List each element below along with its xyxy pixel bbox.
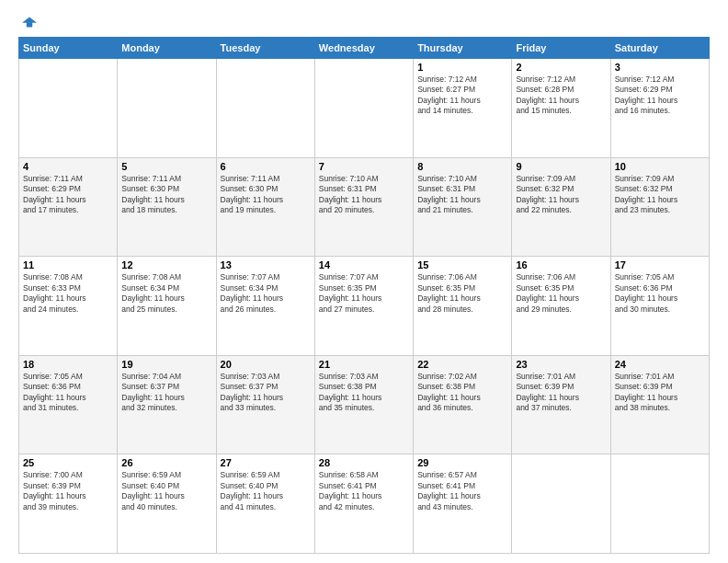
calendar-body: 1Sunrise: 7:12 AM Sunset: 6:27 PM Daylig… <box>19 59 710 554</box>
cell-info: Sunrise: 7:00 AM Sunset: 6:39 PM Dayligh… <box>23 470 113 512</box>
cell-date: 3 <box>615 62 705 73</box>
cell-date: 15 <box>417 259 507 270</box>
cell-info: Sunrise: 7:11 AM Sunset: 6:30 PM Dayligh… <box>221 174 311 216</box>
cell-info: Sunrise: 7:11 AM Sunset: 6:29 PM Dayligh… <box>23 174 113 216</box>
calendar-cell: 12Sunrise: 7:08 AM Sunset: 6:34 PM Dayli… <box>118 257 216 356</box>
cell-info: Sunrise: 7:01 AM Sunset: 6:39 PM Dayligh… <box>615 372 705 414</box>
cell-info: Sunrise: 6:57 AM Sunset: 6:41 PM Dayligh… <box>417 470 507 512</box>
calendar-cell: 10Sunrise: 7:09 AM Sunset: 6:32 PM Dayli… <box>610 157 709 257</box>
cell-info: Sunrise: 7:04 AM Sunset: 6:37 PM Dayligh… <box>121 372 211 414</box>
calendar-cell: 4Sunrise: 7:11 AM Sunset: 6:29 PM Daylig… <box>19 157 118 257</box>
cell-date: 2 <box>516 62 606 73</box>
calendar-week-2: 4Sunrise: 7:11 AM Sunset: 6:29 PM Daylig… <box>19 157 710 257</box>
cell-date: 20 <box>221 359 311 370</box>
cell-info: Sunrise: 7:01 AM Sunset: 6:39 PM Dayligh… <box>516 372 606 414</box>
cell-date: 21 <box>319 359 409 370</box>
calendar-cell: 28Sunrise: 6:58 AM Sunset: 6:41 PM Dayli… <box>314 454 413 554</box>
cell-date: 13 <box>221 259 311 270</box>
cell-info: Sunrise: 7:08 AM Sunset: 6:34 PM Dayligh… <box>121 272 211 315</box>
calendar-cell: 11Sunrise: 7:08 AM Sunset: 6:33 PM Dayli… <box>19 257 118 356</box>
calendar-cell: 27Sunrise: 6:59 AM Sunset: 6:40 PM Dayli… <box>216 454 314 554</box>
cell-info: Sunrise: 7:08 AM Sunset: 6:33 PM Dayligh… <box>23 272 113 315</box>
cell-info: Sunrise: 7:07 AM Sunset: 6:34 PM Dayligh… <box>221 272 311 315</box>
calendar-cell: 18Sunrise: 7:05 AM Sunset: 6:36 PM Dayli… <box>19 355 118 454</box>
cell-date: 25 <box>23 457 113 468</box>
calendar-cell: 2Sunrise: 7:12 AM Sunset: 6:28 PM Daylig… <box>512 59 610 158</box>
cell-info: Sunrise: 7:02 AM Sunset: 6:38 PM Dayligh… <box>417 372 507 414</box>
calendar-cell: 7Sunrise: 7:10 AM Sunset: 6:31 PM Daylig… <box>314 157 413 257</box>
calendar-cell: 20Sunrise: 7:03 AM Sunset: 6:37 PM Dayli… <box>216 355 314 454</box>
cell-info: Sunrise: 7:12 AM Sunset: 6:29 PM Dayligh… <box>615 75 705 117</box>
calendar-cell: 9Sunrise: 7:09 AM Sunset: 6:32 PM Daylig… <box>512 157 610 257</box>
cell-info: Sunrise: 6:59 AM Sunset: 6:40 PM Dayligh… <box>121 470 211 512</box>
weekday-header-friday: Friday <box>512 38 610 59</box>
cell-date: 4 <box>23 161 113 172</box>
cell-info: Sunrise: 7:09 AM Sunset: 6:32 PM Dayligh… <box>615 174 705 216</box>
cell-date: 23 <box>516 359 606 370</box>
calendar-cell: 19Sunrise: 7:04 AM Sunset: 6:37 PM Dayli… <box>118 355 216 454</box>
calendar-cell: 15Sunrise: 7:06 AM Sunset: 6:35 PM Dayli… <box>414 257 512 356</box>
calendar-cell <box>19 59 118 158</box>
calendar-cell: 24Sunrise: 7:01 AM Sunset: 6:39 PM Dayli… <box>610 355 709 454</box>
calendar-cell: 13Sunrise: 7:07 AM Sunset: 6:34 PM Dayli… <box>216 257 314 356</box>
header <box>18 15 710 29</box>
weekday-header-row: SundayMondayTuesdayWednesdayThursdayFrid… <box>19 38 710 59</box>
cell-info: Sunrise: 7:09 AM Sunset: 6:32 PM Dayligh… <box>516 174 606 216</box>
cell-date: 10 <box>615 161 705 172</box>
calendar-week-1: 1Sunrise: 7:12 AM Sunset: 6:27 PM Daylig… <box>19 59 710 158</box>
cell-date: 9 <box>516 161 606 172</box>
weekday-header-sunday: Sunday <box>19 38 118 59</box>
calendar-cell: 17Sunrise: 7:05 AM Sunset: 6:36 PM Dayli… <box>610 257 709 356</box>
cell-date: 14 <box>319 259 409 270</box>
calendar-table: SundayMondayTuesdayWednesdayThursdayFrid… <box>18 37 710 554</box>
cell-date: 12 <box>121 259 211 270</box>
cell-date: 11 <box>23 259 113 270</box>
cell-date: 22 <box>417 359 507 370</box>
calendar-cell: 25Sunrise: 7:00 AM Sunset: 6:39 PM Dayli… <box>19 454 118 554</box>
calendar-week-3: 11Sunrise: 7:08 AM Sunset: 6:33 PM Dayli… <box>19 257 710 356</box>
cell-date: 18 <box>23 359 113 370</box>
calendar-cell <box>216 59 314 158</box>
weekday-header-tuesday: Tuesday <box>216 38 314 59</box>
cell-date: 16 <box>516 259 606 270</box>
cell-info: Sunrise: 7:06 AM Sunset: 6:35 PM Dayligh… <box>417 272 507 315</box>
weekday-header-monday: Monday <box>118 38 216 59</box>
weekday-header-thursday: Thursday <box>414 38 512 59</box>
cell-date: 17 <box>615 259 705 270</box>
cell-date: 7 <box>319 161 409 172</box>
cell-info: Sunrise: 7:10 AM Sunset: 6:31 PM Dayligh… <box>319 174 409 216</box>
cell-info: Sunrise: 7:03 AM Sunset: 6:37 PM Dayligh… <box>221 372 311 414</box>
calendar-cell <box>610 454 709 554</box>
cell-info: Sunrise: 7:12 AM Sunset: 6:27 PM Dayligh… <box>417 75 507 117</box>
cell-date: 5 <box>121 161 211 172</box>
logo-bird-icon <box>22 15 37 29</box>
cell-info: Sunrise: 7:07 AM Sunset: 6:35 PM Dayligh… <box>319 272 409 315</box>
cell-info: Sunrise: 7:10 AM Sunset: 6:31 PM Dayligh… <box>417 174 507 216</box>
logo <box>18 15 37 29</box>
calendar-cell: 3Sunrise: 7:12 AM Sunset: 6:29 PM Daylig… <box>610 59 709 158</box>
calendar-cell: 5Sunrise: 7:11 AM Sunset: 6:30 PM Daylig… <box>118 157 216 257</box>
cell-info: Sunrise: 7:12 AM Sunset: 6:28 PM Dayligh… <box>516 75 606 117</box>
calendar-week-4: 18Sunrise: 7:05 AM Sunset: 6:36 PM Dayli… <box>19 355 710 454</box>
cell-info: Sunrise: 7:03 AM Sunset: 6:38 PM Dayligh… <box>319 372 409 414</box>
svg-marker-0 <box>22 17 37 27</box>
calendar-header: SundayMondayTuesdayWednesdayThursdayFrid… <box>19 38 710 59</box>
calendar-cell: 21Sunrise: 7:03 AM Sunset: 6:38 PM Dayli… <box>314 355 413 454</box>
cell-date: 27 <box>221 457 311 468</box>
calendar-cell <box>512 454 610 554</box>
calendar-cell: 23Sunrise: 7:01 AM Sunset: 6:39 PM Dayli… <box>512 355 610 454</box>
cell-date: 24 <box>615 359 705 370</box>
calendar-cell: 16Sunrise: 7:06 AM Sunset: 6:35 PM Dayli… <box>512 257 610 356</box>
cell-date: 6 <box>221 161 311 172</box>
cell-date: 19 <box>121 359 211 370</box>
calendar-cell: 1Sunrise: 7:12 AM Sunset: 6:27 PM Daylig… <box>414 59 512 158</box>
cell-info: Sunrise: 7:05 AM Sunset: 6:36 PM Dayligh… <box>23 372 113 414</box>
weekday-header-wednesday: Wednesday <box>314 38 413 59</box>
cell-info: Sunrise: 6:58 AM Sunset: 6:41 PM Dayligh… <box>319 470 409 512</box>
calendar-cell: 29Sunrise: 6:57 AM Sunset: 6:41 PM Dayli… <box>414 454 512 554</box>
calendar-cell <box>118 59 216 158</box>
calendar-cell: 14Sunrise: 7:07 AM Sunset: 6:35 PM Dayli… <box>314 257 413 356</box>
cell-date: 1 <box>417 62 507 73</box>
calendar-week-5: 25Sunrise: 7:00 AM Sunset: 6:39 PM Dayli… <box>19 454 710 554</box>
cell-date: 29 <box>417 457 507 468</box>
